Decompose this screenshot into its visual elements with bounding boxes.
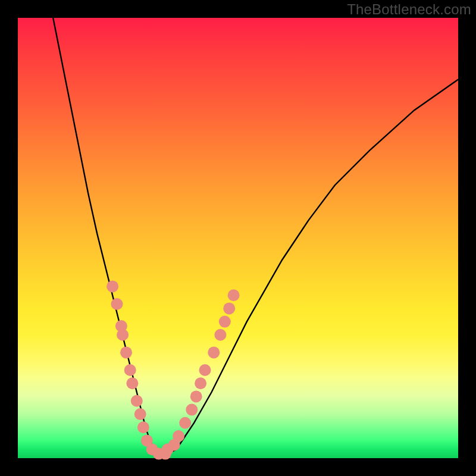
sample-point (195, 377, 206, 389)
sample-point (208, 346, 220, 358)
sample-point (223, 302, 235, 314)
sample-point (131, 395, 143, 407)
sample-point-group (107, 280, 240, 459)
sample-point (179, 417, 191, 429)
sample-point (214, 329, 226, 341)
sample-point (124, 364, 136, 376)
sample-point (111, 298, 123, 310)
chart-frame: TheBottleneck.com (0, 0, 476, 476)
sample-point (186, 404, 198, 416)
sample-point (137, 421, 149, 433)
sample-point (228, 289, 240, 301)
sample-point (120, 346, 132, 358)
sample-point (117, 329, 129, 341)
sample-point (126, 377, 138, 389)
sample-point (219, 316, 231, 328)
sample-point (199, 364, 211, 376)
sample-point (173, 430, 184, 442)
sample-point (134, 408, 146, 420)
sample-point (107, 280, 118, 292)
watermark-text: TheBottleneck.com (347, 1, 471, 18)
chart-svg (18, 18, 458, 458)
sample-point (190, 390, 202, 402)
bottleneck-curve (53, 18, 458, 454)
plot-area (18, 18, 458, 458)
